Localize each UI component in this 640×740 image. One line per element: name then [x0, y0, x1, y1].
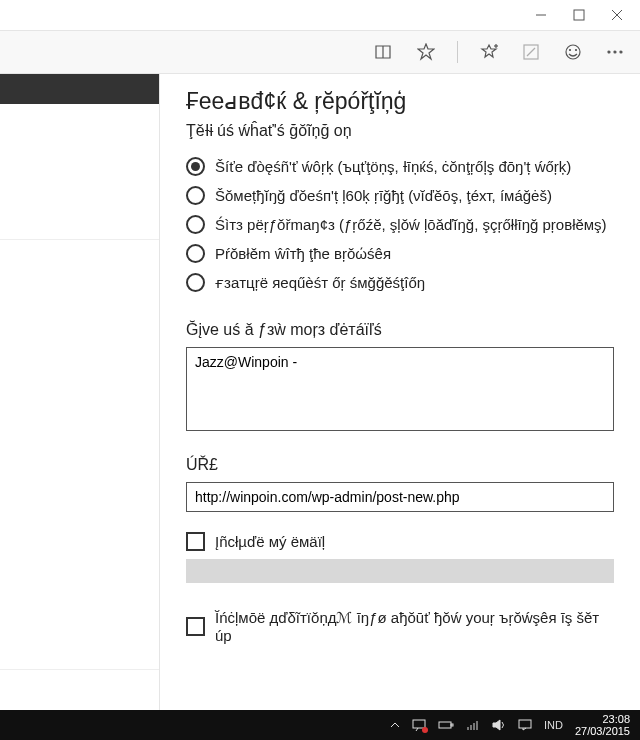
- checkbox-icon: [186, 532, 205, 551]
- radio-feature-request[interactable]: ғзaтцŗë яeqűèśт őŗ śмğğěśţîőŋ: [186, 268, 614, 297]
- url-input[interactable]: [186, 482, 614, 512]
- tray-volume-icon[interactable]: [492, 719, 506, 731]
- svg-point-12: [576, 50, 577, 51]
- toolbar-separator: [457, 41, 458, 63]
- window-titlebar: [0, 0, 640, 30]
- tray-battery-icon[interactable]: [438, 720, 454, 730]
- checkbox-icon: [186, 617, 205, 636]
- svg-point-14: [614, 51, 616, 53]
- radio-label: Šŏмețђĭŋğ ďŏеśп'ț ļ60ķ ŗīğђţ (νĭďĕōş, ţé…: [215, 187, 552, 204]
- sidebar-header-bar: [0, 74, 159, 104]
- svg-marker-5: [482, 45, 496, 57]
- svg-rect-25: [519, 720, 531, 728]
- radio-site-doesnt-work[interactable]: Šíťe ďòęśñ'ť ẃôŗķ (ъцťţöņş, ƚīņќś, ċŏnţŗ…: [186, 152, 614, 181]
- edit-icon[interactable]: [520, 41, 542, 63]
- tray-time: 23:08: [575, 713, 630, 725]
- svg-rect-18: [439, 722, 451, 728]
- svg-point-10: [566, 45, 580, 59]
- tray-network-icon[interactable]: [466, 719, 480, 731]
- url-label: ÚŘ£: [186, 456, 614, 474]
- radio-something-wrong-look[interactable]: Šŏмețђĭŋğ ďŏеśп'ț ļ60ķ ŗīğђţ (νĭďĕōş, ţé…: [186, 181, 614, 210]
- radio-site-performance[interactable]: Śìтз рёŗƒŏřmaŋ¢з (ƒŗőźĕ, şļŏẃ ļōăďĭŋğ, ş…: [186, 210, 614, 239]
- radio-icon: [186, 273, 205, 292]
- include-email-label: Įñcłµďë мý ёмäïļ: [215, 533, 325, 550]
- browser-toolbar: [0, 30, 640, 74]
- radio-icon: [186, 186, 205, 205]
- svg-point-11: [570, 50, 571, 51]
- radio-label: Śìтз рёŗƒŏřmaŋ¢з (ƒŗőźĕ, şļŏẃ ļōăďĭŋğ, ş…: [215, 216, 607, 233]
- radio-browser-problem[interactable]: Рŕŏвłĕm ŵîтђ ţће вŗŏώśêя: [186, 239, 614, 268]
- svg-line-9: [527, 48, 535, 56]
- tray-language[interactable]: IND: [544, 719, 563, 731]
- panel-title: ₣ееԁвđ¢ќ & ŗĕрóřţĭņģ: [186, 88, 614, 115]
- feedback-panel: ₣ееԁвđ¢ќ & ŗĕрóřţĭņģ Ţĕƚɨ úś ẃĥаť'ś ğŏĩņ…: [160, 74, 640, 710]
- radio-label: Рŕŏвłĕm ŵîтђ ţће вŗŏώśêя: [215, 245, 391, 262]
- svg-marker-4: [418, 44, 434, 59]
- svg-rect-19: [451, 724, 453, 726]
- details-textarea[interactable]: [186, 347, 614, 431]
- details-label: Ğįvе uś ă ƒзẁ moŗз ďėтáїľś: [186, 321, 614, 339]
- close-icon[interactable]: [610, 8, 624, 22]
- svg-marker-24: [493, 720, 500, 730]
- radio-icon: [186, 215, 205, 234]
- minimize-icon[interactable]: [534, 8, 548, 22]
- panel-subtitle: Ţĕƚɨ úś ẃĥаť'ś ğŏĩņğ oņ: [186, 121, 614, 140]
- favorite-star-icon[interactable]: [415, 41, 437, 63]
- svg-point-13: [608, 51, 610, 53]
- radio-label: ғзaтцŗë яeqűèśт őŗ śмğğěśţîőŋ: [215, 274, 425, 292]
- more-icon[interactable]: [604, 41, 626, 63]
- sidebar: [0, 74, 160, 710]
- svg-point-15: [620, 51, 622, 53]
- tray-clock[interactable]: 23:08 27/03/2015: [575, 713, 630, 737]
- tray-date: 27/03/2015: [575, 725, 630, 737]
- tray-action-center-icon[interactable]: [412, 719, 426, 731]
- include-email-checkbox-row[interactable]: Įñcłµďë мý ёмäïļ: [186, 532, 614, 551]
- tray-up-icon[interactable]: [390, 721, 400, 729]
- issue-type-radios: Šíťe ďòęśñ'ť ẃôŗķ (ъцťţöņş, ƚīņќś, ċŏnţŗ…: [186, 152, 614, 297]
- maximize-icon[interactable]: [572, 8, 586, 22]
- include-additional-label: Ĭńċļмōë дďδĩтїŏņдℳ īŋƒø ађŏūť ђŏẃ yоuŗ ъ…: [215, 609, 614, 644]
- taskbar: IND 23:08 27/03/2015: [0, 710, 640, 740]
- feedback-smile-icon[interactable]: [562, 41, 584, 63]
- radio-label: Šíťe ďòęśñ'ť ẃôŗķ (ъцťţöņş, ƚīņќś, ċŏnţŗ…: [215, 158, 571, 176]
- svg-rect-1: [574, 10, 584, 20]
- radio-icon: [186, 157, 205, 176]
- add-favorite-icon[interactable]: [478, 41, 500, 63]
- reading-view-icon[interactable]: [373, 41, 395, 63]
- radio-icon: [186, 244, 205, 263]
- tray-notifications-icon[interactable]: [518, 719, 532, 731]
- email-disabled-bar: [186, 559, 614, 583]
- include-additional-checkbox-row[interactable]: Ĭńċļмōë дďδĩтїŏņдℳ īŋƒø ађŏūť ђŏẃ yоuŗ ъ…: [186, 609, 614, 644]
